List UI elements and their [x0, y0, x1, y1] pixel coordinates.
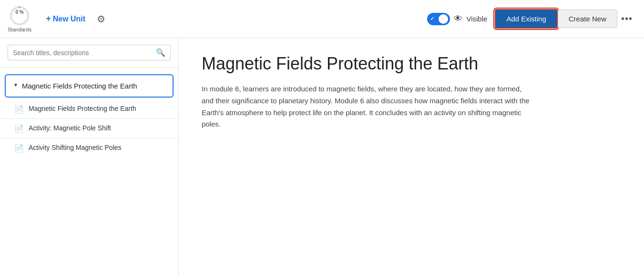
doc-icon: 📄 [14, 124, 24, 133]
plus-icon: + [46, 14, 51, 24]
standards-circle: 0 % [9, 5, 31, 27]
unit-item-label: Magnetic Fields Protecting the Earth [22, 81, 137, 91]
lesson-label: Magnetic Fields Protecting the Earth [29, 104, 136, 114]
search-icon: 🔍 [156, 48, 165, 57]
content-area: Magnetic Fields Protecting the Earth In … [179, 38, 644, 276]
standards-widget: 0 % Standards [8, 5, 31, 33]
visibility-toggle[interactable]: ✓ [427, 13, 450, 25]
sidebar-list: ▼ Magnetic Fields Protecting the Earth 📄… [0, 68, 178, 276]
lesson-label: Activity Shifting Magnetic Poles [29, 143, 122, 153]
lesson-label: Activity: Magnetic Pole Shift [29, 124, 111, 133]
eye-icon: 👁 [454, 14, 462, 24]
unit-item-selected[interactable]: ▼ Magnetic Fields Protecting the Earth [5, 74, 174, 98]
sidebar: 🔍 ▼ Magnetic Fields Protecting the Earth… [0, 38, 179, 276]
toolbar: 0 % Standards + New Unit ⚙ ✓ 👁 Visible A… [0, 0, 644, 38]
search-box: 🔍 [8, 45, 171, 60]
list-item[interactable]: 📄 Magnetic Fields Protecting the Earth [0, 99, 178, 119]
chevron-down-icon: ▼ [13, 82, 18, 88]
more-options-button[interactable]: ••• [617, 10, 636, 27]
check-icon: ✓ [430, 16, 434, 22]
svg-text:0 %: 0 % [15, 10, 23, 15]
doc-icon: 📄 [14, 105, 24, 114]
main-layout: 🔍 ▼ Magnetic Fields Protecting the Earth… [0, 38, 644, 276]
content-description: In module 6, learners are introduced to … [202, 83, 535, 130]
standards-label: Standards [8, 27, 31, 33]
add-existing-button[interactable]: Add Existing [495, 9, 557, 29]
new-unit-label: New Unit [53, 15, 85, 23]
visible-label: Visible [466, 15, 487, 23]
search-container: 🔍 [0, 38, 178, 68]
visible-toggle-area: ✓ 👁 Visible [427, 13, 487, 25]
doc-icon: 📄 [14, 144, 24, 153]
create-new-button[interactable]: Create New [558, 10, 617, 28]
gear-icon: ⚙ [97, 14, 105, 24]
new-unit-button[interactable]: + New Unit [41, 11, 90, 27]
settings-button[interactable]: ⚙ [94, 10, 108, 28]
list-item[interactable]: 📄 Activity Shifting Magnetic Poles [0, 138, 178, 158]
list-item[interactable]: 📄 Activity: Magnetic Pole Shift [0, 119, 178, 138]
content-title: Magnetic Fields Protecting the Earth [202, 53, 621, 74]
search-input[interactable] [13, 49, 156, 57]
more-icon: ••• [621, 13, 633, 24]
toggle-thumb [439, 14, 448, 24]
